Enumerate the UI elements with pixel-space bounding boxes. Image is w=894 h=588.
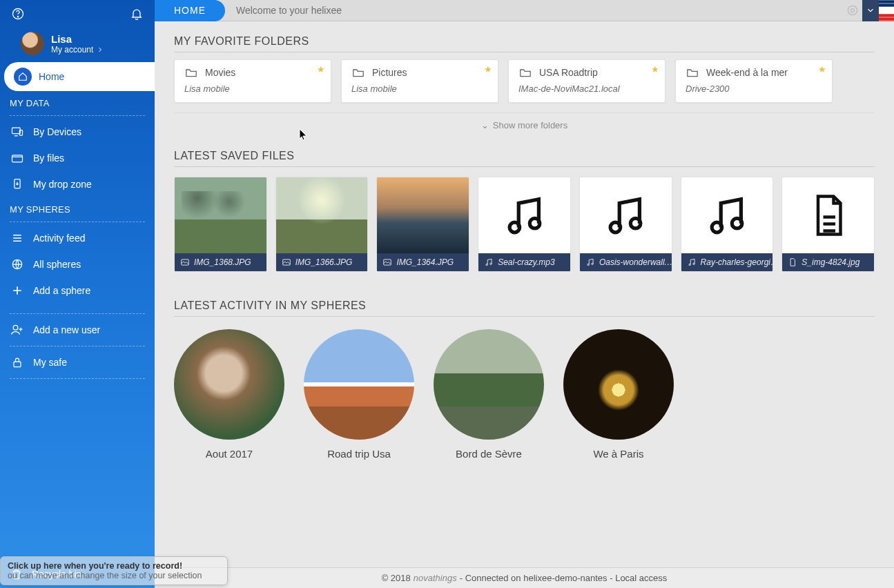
file-card[interactable]: IMG_1364.JPG (376, 177, 469, 272)
user-plus-icon (10, 322, 25, 337)
user-name: Lisa (51, 33, 104, 45)
svg-point-24 (689, 264, 690, 265)
svg-point-14 (509, 222, 520, 233)
file-card[interactable]: Ray-charles-georgi… (681, 177, 774, 272)
sphere-thumbnail (174, 329, 284, 440)
file-card[interactable]: Seal-crazy.mp3 (478, 177, 571, 272)
target-icon[interactable] (843, 1, 862, 20)
user-row[interactable]: Lisa My account (0, 28, 155, 62)
sphere-card[interactable]: Road trip Usa (304, 329, 414, 460)
file-card[interactable]: S_img-4824.jpg (781, 177, 875, 272)
devices-icon (10, 124, 25, 139)
svg-point-1 (17, 17, 18, 17)
sphere-card[interactable]: We à Paris (563, 329, 674, 460)
dropzone-icon (10, 177, 25, 192)
chevron-down-icon[interactable] (862, 0, 879, 21)
brand-name: novathings (414, 573, 457, 583)
document-icon (782, 177, 874, 253)
sphere-thumbnail (304, 329, 414, 440)
bell-icon[interactable] (128, 6, 145, 22)
file-card[interactable]: IMG_1366.JPG (275, 177, 369, 272)
music-icon (580, 177, 672, 253)
avatar (21, 32, 44, 55)
svg-point-9 (848, 6, 857, 14)
svg-point-15 (529, 218, 540, 228)
star-icon: ★ (651, 64, 659, 75)
folder-icon (184, 67, 198, 78)
language-flag-uk[interactable] (879, 0, 894, 21)
star-icon: ★ (818, 64, 826, 75)
star-icon: ★ (317, 64, 325, 75)
music-icon (478, 177, 570, 253)
section-my-spheres: MY SPHERES (0, 197, 155, 219)
svg-rect-4 (12, 155, 23, 162)
music-icon (484, 257, 494, 267)
music-icon (687, 257, 697, 267)
svg-point-19 (631, 218, 641, 228)
footer: © 2018 novathings - Connected on helixee… (155, 567, 894, 588)
image-thumbnail (175, 177, 266, 253)
nav-by-devices[interactable]: By Devices (0, 119, 155, 145)
welcome-text: Welcome to your helixee (236, 5, 342, 16)
svg-point-25 (692, 263, 694, 264)
folder-card[interactable]: ★ Movies Lisa mobile (174, 59, 331, 103)
section-title-folders: MY FAVORITE FOLDERS (174, 35, 875, 52)
latest-files: IMG_1368.JPG IMG_1366.JPG IMG_1364.JPG S… (174, 177, 875, 272)
nav-my-safe[interactable]: My safe (0, 349, 155, 375)
home-icon (14, 68, 32, 86)
folder-card[interactable]: ★ Week-end à la mer Drive-2300 (675, 59, 833, 103)
svg-point-10 (851, 9, 855, 12)
nav-all-spheres[interactable]: All spheres (0, 251, 155, 277)
image-icon (180, 257, 190, 267)
image-icon (382, 257, 392, 267)
svg-rect-3 (19, 130, 22, 136)
image-thumbnail (377, 177, 469, 253)
music-icon (585, 257, 595, 267)
globe-icon (10, 257, 25, 272)
plus-icon (10, 283, 25, 298)
sphere-thumbnail (434, 329, 544, 440)
folder-icon (686, 67, 699, 78)
files-icon (10, 150, 25, 166)
nav-by-files[interactable]: By files (0, 145, 155, 171)
svg-point-7 (13, 325, 18, 330)
sidebar: Lisa My account Home MY DATA By Devices … (0, 0, 155, 588)
nav-drop-zone[interactable]: My drop zone (0, 171, 155, 197)
recorder-overlay-tip: Click up here when you're ready to recor… (0, 556, 228, 585)
chevron-down-icon: ⌄ (481, 120, 489, 130)
lock-icon (10, 355, 25, 370)
folder-icon (518, 67, 532, 78)
spheres-row: Aout 2017 Road trip Usa Bord de Sèvre We… (174, 329, 875, 460)
show-more-folders[interactable]: ⌄Show more folders (174, 112, 875, 150)
svg-point-23 (732, 218, 742, 228)
star-icon: ★ (484, 64, 492, 75)
sphere-card[interactable]: Bord de Sèvre (434, 329, 544, 460)
help-icon[interactable] (10, 6, 26, 22)
sphere-card[interactable]: Aout 2017 (174, 329, 284, 460)
image-icon (282, 257, 291, 267)
svg-point-21 (592, 263, 593, 264)
svg-point-17 (490, 263, 492, 264)
nav-add-sphere[interactable]: Add a sphere (0, 277, 155, 304)
my-account-link[interactable]: My account (51, 45, 104, 55)
svg-point-16 (486, 264, 487, 265)
svg-rect-2 (12, 128, 21, 133)
favorite-folders: ★ Movies Lisa mobile ★ Pictures Lisa mob… (174, 59, 875, 103)
document-icon (788, 257, 797, 267)
sphere-thumbnail (563, 329, 674, 440)
nav-add-user[interactable]: Add a new user (0, 317, 155, 343)
nav-activity-feed[interactable]: Activity feed (0, 225, 155, 251)
file-card[interactable]: IMG_1368.JPG (174, 177, 267, 272)
music-icon (681, 177, 773, 253)
section-title-files: LATEST SAVED FILES (174, 150, 875, 167)
tab-home[interactable]: HOME (155, 0, 225, 21)
svg-rect-8 (14, 362, 21, 367)
folder-card[interactable]: ★ Pictures Lisa mobile (341, 59, 498, 103)
section-title-activity: LATEST ACTIVITY IN MY SPHERES (174, 300, 875, 317)
svg-point-22 (712, 222, 722, 233)
file-card[interactable]: Oasis-wonderwall.… (579, 177, 672, 272)
folder-card[interactable]: ★ USA Roadtrip IMac-de-NoviMac21.local (508, 59, 665, 103)
nav-home[interactable]: Home (4, 62, 155, 91)
topbar: HOME Welcome to your helixee (155, 0, 894, 21)
section-my-data: MY DATA (0, 91, 155, 112)
